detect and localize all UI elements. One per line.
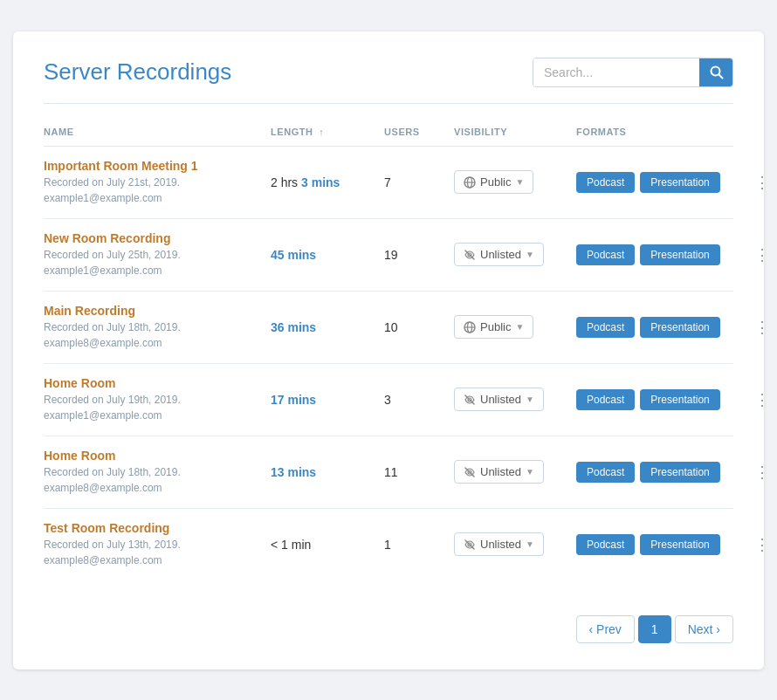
more-actions-button[interactable]: ⋮ [751,459,774,485]
rec-name-link[interactable]: Test Room Recording [44,521,271,535]
table-row: Test Room Recording Recorded on July 13t… [44,509,733,580]
table-row: Main Recording Recorded on July 18th, 20… [44,292,733,364]
formats-cell: PodcastPresentation [576,244,751,265]
rec-visibility-cell: Public ▼ [454,170,576,195]
visibility-label: Unlisted [480,538,521,551]
rec-visibility-cell: Public ▼ [454,315,576,340]
format-presentation-button[interactable]: Presentation [640,244,719,265]
format-presentation-button[interactable]: Presentation [640,317,719,338]
page-title: Server Recordings [44,58,231,86]
more-actions-cell: ⋮ [751,532,777,558]
rec-name-link[interactable]: Home Room [44,449,271,463]
chevron-down-icon: ▼ [526,250,534,259]
search-box [533,58,733,87]
prev-page-button[interactable]: ‹ Prev [576,615,635,643]
more-actions-button[interactable]: ⋮ [751,387,774,413]
table-header: NAME LENGTH ↑ USERS VISIBILITY FORMATS [44,121,733,147]
rec-visibility-cell: Unlisted ▼ [454,243,576,267]
search-button[interactable] [699,58,733,86]
format-podcast-button[interactable]: Podcast [576,534,635,555]
chevron-down-icon: ▼ [515,322,524,332]
visibility-dropdown-button[interactable]: Unlisted ▼ [454,243,544,267]
col-name: NAME [44,127,271,137]
table-row: Home Room Recorded on July 19th, 2019.ex… [44,364,733,436]
formats-cell: PodcastPresentation [576,317,751,338]
rec-info-cell: Test Room Recording Recorded on July 13t… [44,521,271,568]
rec-info-cell: Important Room Meeting 1 Recorded on Jul… [44,159,271,206]
format-podcast-button[interactable]: Podcast [576,462,635,483]
rec-name-link[interactable]: Important Room Meeting 1 [44,159,271,173]
next-page-button[interactable]: Next › [675,615,733,643]
rec-meta: Recorded on July 25th, 2019.example1@exa… [44,247,271,278]
visibility-label: Public [480,175,511,189]
more-actions-button[interactable]: ⋮ [751,314,774,340]
format-presentation-button[interactable]: Presentation [640,172,719,193]
rec-meta: Recorded on July 13th, 2019.example8@exa… [44,537,271,568]
visibility-dropdown-button[interactable]: Unlisted ▼ [454,460,544,484]
formats-cell: PodcastPresentation [576,172,751,193]
link-icon [464,393,476,407]
current-page-button[interactable]: 1 [638,615,671,643]
visibility-dropdown-button[interactable]: Unlisted ▼ [454,532,544,557]
visibility-label: Unlisted [480,393,521,406]
format-presentation-button[interactable]: Presentation [640,389,719,410]
formats-cell: PodcastPresentation [576,389,751,410]
format-podcast-button[interactable]: Podcast [576,317,635,338]
more-actions-button[interactable]: ⋮ [751,169,774,196]
chevron-down-icon: ▼ [526,539,534,549]
rec-meta: Recorded on July 21st, 2019.example1@exa… [44,175,271,206]
link-icon [464,538,476,552]
more-actions-cell: ⋮ [751,242,777,268]
rec-users: 7 [384,175,454,189]
rec-length: 13 mins [271,465,384,479]
rec-length: 45 mins [271,248,384,262]
format-podcast-button[interactable]: Podcast [576,389,635,410]
rec-users: 19 [384,248,454,262]
visibility-label: Unlisted [480,465,521,478]
rec-info-cell: Home Room Recorded on July 19th, 2019.ex… [44,376,271,423]
more-actions-cell: ⋮ [751,314,777,340]
link-icon [464,248,476,262]
format-podcast-button[interactable]: Podcast [576,244,635,265]
rec-name-link[interactable]: Home Room [44,376,271,390]
rec-users: 1 [384,538,454,552]
rec-info-cell: Home Room Recorded on July 18th, 2019.ex… [44,449,271,496]
col-visibility: VISIBILITY [454,127,576,137]
chevron-down-icon: ▼ [526,395,534,404]
visibility-dropdown-button[interactable]: Unlisted ▼ [454,388,544,412]
visibility-dropdown-button[interactable]: Public ▼ [454,170,533,195]
globe-icon [464,175,476,189]
rec-length: < 1 min [271,538,384,552]
table-row: Important Room Meeting 1 Recorded on Jul… [44,147,733,219]
format-presentation-button[interactable]: Presentation [640,462,719,483]
table-row: Home Room Recorded on July 18th, 2019.ex… [44,436,733,509]
rec-users: 11 [384,465,454,479]
format-podcast-button[interactable]: Podcast [576,172,635,193]
rec-visibility-cell: Unlisted ▼ [454,388,576,412]
rec-name-link[interactable]: New Room Recording [44,231,271,245]
col-users: USERS [384,127,454,137]
rec-name-link[interactable]: Main Recording [44,304,271,318]
table-body: Important Room Meeting 1 Recorded on Jul… [44,147,733,580]
more-actions-cell: ⋮ [751,459,777,485]
more-actions-button[interactable]: ⋮ [751,532,774,558]
rec-meta: Recorded on July 18th, 2019.example8@exa… [44,464,271,496]
rec-info-cell: Main Recording Recorded on July 18th, 20… [44,304,271,351]
more-actions-button[interactable]: ⋮ [751,242,774,268]
chevron-down-icon: ▼ [515,177,524,187]
visibility-dropdown-button[interactable]: Public ▼ [454,315,533,340]
format-presentation-button[interactable]: Presentation [640,534,719,555]
formats-cell: PodcastPresentation [576,534,751,555]
formats-cell: PodcastPresentation [576,462,751,483]
rec-length: 36 mins [271,320,384,334]
rec-users: 3 [384,393,454,407]
rec-visibility-cell: Unlisted ▼ [454,460,576,484]
table-row: New Room Recording Recorded on July 25th… [44,219,733,292]
search-input[interactable] [533,58,699,86]
rec-meta: Recorded on July 19th, 2019.example1@exa… [44,392,271,423]
rec-meta: Recorded on July 18th, 2019.example8@exa… [44,319,271,351]
pagination: ‹ Prev 1 Next › [44,605,733,643]
page-header: Server Recordings [44,58,733,87]
rec-length: 2 hrs 3 mins [271,175,384,189]
search-icon [710,65,724,79]
